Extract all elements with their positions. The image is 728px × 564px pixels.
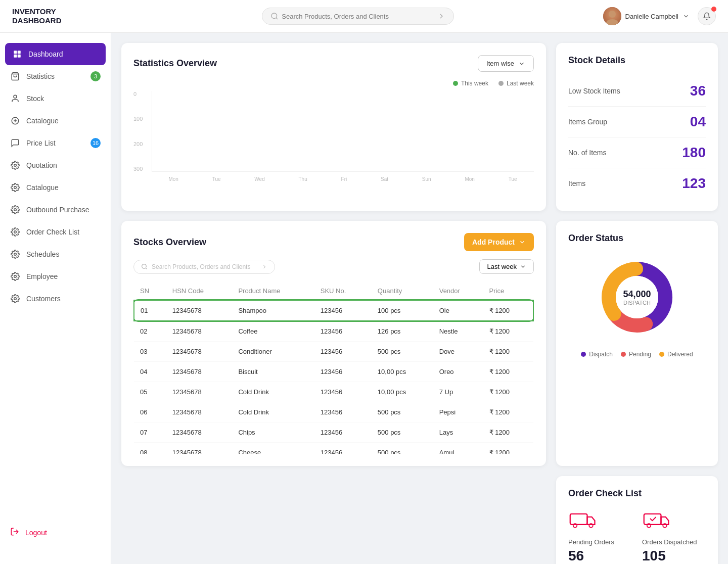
table-cell: ₹ 1200 [483, 402, 533, 422]
sidebar-item-employee[interactable]: Employee [0, 265, 111, 288]
last-week-filter[interactable]: Last week [479, 259, 534, 274]
arrow-right-icon [437, 12, 445, 20]
top-header: INVENTORY DASHBOARD Danielle C [0, 0, 728, 33]
table-cell: 500 pcs [372, 422, 433, 443]
gear6-icon [10, 271, 20, 281]
statistics-overview-card: Statistics Overview Item wise This week … [121, 43, 546, 211]
svg-point-11 [14, 164, 17, 167]
dispatched-orders-icon [642, 507, 672, 532]
circle-icon [10, 116, 20, 126]
stocks-search-bar[interactable]: Search Products, Orders and Clients [133, 260, 275, 274]
table-column-header: Quantity [372, 282, 433, 300]
sidebar-item-dashboard[interactable]: Dashboard [5, 43, 106, 65]
table-cell: 08 [134, 443, 166, 454]
order-checklist-card: Order Check List Pending Orders 56 Order… [556, 476, 718, 564]
chevron-down-icon2 [519, 239, 526, 246]
stock-rows: Low Stock Items 36 Items Group 04 No. of… [568, 76, 706, 199]
sidebar-item-statistics[interactable]: Statistics 3 [0, 65, 111, 87]
item-wise-dropdown[interactable]: Item wise [478, 55, 534, 72]
table-row[interactable]: 0512345678Cold Drink12345610,00 pcs7 Up₹… [134, 382, 533, 402]
y-axis: 300 200 100 0 [133, 91, 143, 172]
table-row[interactable]: 0212345678Coffee123456126 pcsNestle₹ 120… [134, 321, 533, 342]
checklist-value: 105 [642, 548, 706, 564]
table-row[interactable]: 0112345678Shampoo123456100 pcsOle₹ 1200 [134, 300, 533, 321]
sidebar-item-pricelist[interactable]: Price List 16 [0, 132, 111, 154]
stock-stat-row: No. of Items 180 [568, 137, 706, 168]
search-bar[interactable] [262, 8, 454, 25]
sidebar-nav: Dashboard Statistics 3 [0, 43, 111, 521]
svg-rect-5 [18, 51, 21, 54]
table-cell: Coffee [232, 321, 314, 342]
sidebar-item-label: Price List [26, 139, 56, 147]
svg-rect-7 [18, 55, 21, 58]
chevron-down-icon [682, 13, 690, 20]
stock-stat-label: No. of Items [568, 149, 606, 157]
order-status-card: Order Status 54,000 DISPATCH DispatchPen… [556, 221, 718, 466]
table-cell: 123456 [314, 422, 372, 443]
checklist-item: Orders Dispatched 105 [642, 507, 706, 564]
logout-button[interactable]: Logout [0, 521, 111, 544]
chart-legend: This week Last week [133, 80, 534, 87]
x-axis-labels: MonTueWedThuFriSatSunMonTue [152, 176, 534, 182]
table-head: SNHSN CodeProduct NameSKU No.QuantityVen… [134, 282, 533, 300]
sidebar-item-outbound[interactable]: Outbound Purchase [0, 199, 111, 221]
table-column-header: SKU No. [314, 282, 372, 300]
table-row[interactable]: 0812345678Cheese123456500 pcsAmul₹ 1200 [134, 443, 533, 454]
table-cell: 500 pcs [372, 443, 433, 454]
order-checklist-title: Order Check List [568, 488, 706, 499]
add-product-button[interactable]: Add Product [464, 233, 534, 251]
table-row[interactable]: 0712345678Chips123456500 pcsLays₹ 1200 [134, 422, 533, 443]
notification-button[interactable] [698, 7, 716, 25]
donut-legend: DispatchPendingDelivered [568, 351, 706, 358]
donut-label: 54,000 DISPATCH [623, 289, 651, 306]
table-cell: Nestle [433, 321, 483, 342]
svg-rect-4 [14, 51, 17, 54]
table-cell: 500 pcs [372, 342, 433, 362]
stock-stat-value: 123 [682, 175, 706, 192]
table-cell: Cheese [232, 443, 314, 454]
stocks-overview-card: Stocks Overview Add Product Search Produ… [121, 221, 546, 466]
table-row[interactable]: 0312345678Conditioner123456500 pcsDove₹ … [134, 342, 533, 362]
table-cell: Conditioner [232, 342, 314, 362]
donut-legend-item: Dispatch [581, 351, 613, 358]
table-row[interactable]: 0612345678Cold Drink123456500 pcsPepsi₹ … [134, 402, 533, 422]
person-icon [10, 93, 20, 104]
table-cell: Dove [433, 342, 483, 362]
sidebar-item-catalogue2[interactable]: Catalogue [0, 176, 111, 199]
pricelist-badge: 16 [90, 138, 101, 148]
table-row[interactable]: 0412345678Biscuit12345610,00 pcsOreo₹ 12… [134, 362, 533, 382]
table-body: 0112345678Shampoo123456100 pcsOle₹ 12000… [134, 300, 533, 454]
user-info[interactable]: Danielle Campbell [603, 7, 690, 25]
sidebar-item-label: Customers [26, 295, 61, 303]
gear2-icon [10, 182, 20, 193]
sidebar-item-quotation[interactable]: Quotation [0, 154, 111, 176]
stocks-header: Stocks Overview Add Product [133, 233, 534, 251]
sidebar-item-label: Dashboard [28, 50, 63, 58]
sidebar-item-catalogue1[interactable]: Catalogue [0, 110, 111, 132]
gear7-icon [10, 294, 20, 304]
donut-sublabel: DISPATCH [623, 300, 651, 306]
sidebar-item-orderchecklist[interactable]: Order Check List [0, 221, 111, 243]
sidebar-item-label: Employee [26, 272, 58, 280]
table-column-header: HSN Code [166, 282, 233, 300]
table-column-header: Vendor [433, 282, 483, 300]
table-cell: 123456 [314, 402, 372, 422]
bar-chart: 300 200 100 0 MonTueWedThuFriSatSunMonTu… [133, 91, 534, 182]
gear5-icon [10, 249, 20, 259]
search-input[interactable] [282, 13, 437, 20]
sidebar-item-stock[interactable]: Stock [0, 87, 111, 110]
table-cell: ₹ 1200 [483, 382, 533, 402]
main-content: Statistics Overview Item wise This week … [111, 33, 728, 564]
table-cell: Cold Drink [232, 402, 314, 422]
checklist-items: Pending Orders 56 Orders Dispatched 105 [568, 507, 706, 564]
table-cell: 12345678 [166, 321, 233, 342]
sidebar-item-customers[interactable]: Customers [0, 288, 111, 310]
svg-point-0 [271, 13, 277, 19]
sidebar-item-schedules[interactable]: Schedules [0, 243, 111, 265]
sidebar-item-label: Statistics [26, 72, 55, 80]
stock-stat-row: Items 123 [568, 168, 706, 199]
donut-value: 54,000 [623, 289, 651, 300]
app-title: INVENTORY DASHBOARD [12, 7, 113, 25]
stock-details-card: Stock Details Low Stock Items 36 Items G… [556, 43, 718, 211]
svg-rect-26 [644, 514, 661, 525]
